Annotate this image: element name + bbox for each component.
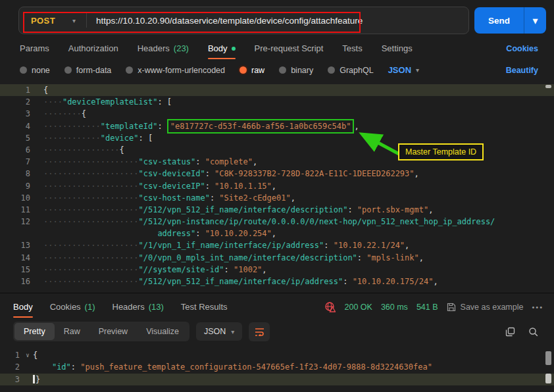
fold-chevron-icon[interactable]: ∨ (22, 349, 33, 361)
line-number: 3 (9, 108, 30, 120)
ssl-warning-globe-icon[interactable] (324, 301, 336, 312)
response-tab-body[interactable]: Body (13, 302, 33, 312)
save-icon (447, 303, 456, 312)
line-number: 1 (9, 84, 30, 96)
code-line[interactable]: 11····················"/512/vpn_512_if_n… (0, 204, 554, 216)
code-line[interactable]: 13····················"/1/vpn_1_if_name/… (0, 239, 554, 251)
tab-params[interactable]: Params (20, 43, 49, 53)
url-container: POST ▾ https://10.10.20.90/dataservice/t… (18, 7, 469, 34)
response-size[interactable]: 541 B (416, 303, 438, 312)
request-body-editor[interactable]: 1{2····"deviceTemplateList": [3········{… (0, 84, 554, 287)
json-key: "deviceTemplateList" (63, 96, 158, 108)
send-button[interactable]: Send (474, 7, 524, 34)
json-key: "//system/site-id" (139, 264, 224, 276)
code-line[interactable]: 10····················"csv-host-name": "… (0, 192, 554, 204)
scrollbar-thumb[interactable] (545, 85, 551, 88)
json-punctuation: , (415, 168, 419, 180)
json-punctuation: : (205, 168, 214, 180)
code-line[interactable]: 12····················"/512/vpn-instance… (0, 216, 554, 228)
body-type-binary[interactable]: binary (279, 66, 313, 75)
indent-whitespace-dots: ················ (43, 144, 120, 156)
view-visualize[interactable]: Visualize (137, 323, 188, 340)
response-language-dropdown[interactable]: JSON ▾ (196, 322, 242, 341)
json-punctuation: , (272, 180, 276, 192)
line-number: 4 (9, 120, 30, 132)
code-line[interactable]: 4············"templateId": "e817727c-d53… (0, 120, 554, 132)
code-line[interactable]: 3} (0, 374, 554, 385)
code-line[interactable]: 16····················"/512/vpn_512_if_n… (0, 276, 554, 287)
copy-icon (505, 327, 515, 337)
url-input[interactable]: https://10.10.20.90/dataservice/template… (87, 16, 363, 26)
response-tab-test-results[interactable]: Test Results (181, 302, 228, 312)
json-punctuation: , (291, 192, 295, 204)
tab-pre-request-script[interactable]: Pre-request Script (255, 43, 324, 53)
json-punctuation: : [ (139, 132, 153, 144)
code-line[interactable]: 1∨{ (0, 349, 554, 361)
json-punctuation: : (195, 156, 205, 168)
code-line[interactable]: 15····················"//system/site-id"… (0, 264, 554, 276)
scrollbar-thumb[interactable] (545, 351, 551, 365)
code-line[interactable]: 9····················"csv-deviceIP": "10… (0, 180, 554, 192)
tab-headers[interactable]: Headers(23) (138, 43, 189, 53)
indent-whitespace-dots: ···················· (43, 156, 139, 168)
body-type-graphql[interactable]: GraphQL (328, 66, 373, 75)
send-options-chevron-icon[interactable]: ▾ (524, 7, 546, 34)
tab-body[interactable]: Body (208, 43, 236, 53)
code-line[interactable]: 2····"deviceTemplateList": [ (0, 96, 554, 108)
tab-label: Headers (138, 43, 170, 53)
copy-response-button[interactable] (505, 327, 515, 337)
tab-label: Authorization (68, 43, 118, 53)
json-punctuation: , (354, 120, 359, 132)
beautify-link[interactable]: Beautify (506, 66, 538, 75)
response-body-editor[interactable]: 1∨{2 "id": "push_feature_template_config… (0, 349, 554, 385)
wrap-lines-button[interactable] (249, 322, 270, 341)
tab-count: (1) (85, 302, 95, 312)
editor-scrollbar[interactable] (545, 84, 551, 287)
json-string-value: "1002" (234, 264, 262, 276)
save-as-example-button[interactable]: Save as example (447, 303, 524, 312)
indent-whitespace-dots: ········ (43, 108, 82, 120)
json-punctuation: : (224, 264, 234, 276)
more-options-button[interactable]: ••• (532, 303, 543, 311)
response-tab-cookies[interactable]: Cookies(1) (50, 302, 95, 312)
cookies-link[interactable]: Cookies (506, 44, 538, 53)
json-punctuation: , (253, 156, 257, 168)
method-dropdown[interactable]: POST ▾ (19, 16, 86, 26)
tab-tests[interactable]: Tests (342, 43, 362, 53)
response-time[interactable]: 360 ms (381, 303, 408, 312)
code-line[interactable]: 2 "id": "push_feature_template_configura… (0, 361, 554, 373)
code-line[interactable]: address": "10.10.20.254", (0, 228, 554, 239)
code-line[interactable]: 5············"device": [ (0, 132, 554, 144)
line-number: 16 (9, 276, 30, 287)
indent-whitespace-dots: ···················· (43, 252, 139, 264)
body-type-form-data[interactable]: form-data (64, 66, 112, 75)
search-response-button[interactable] (528, 327, 538, 337)
code-line[interactable]: 14····················"/0/vpn_0_mpls_int… (0, 252, 554, 264)
line-number: 14 (9, 252, 30, 264)
view-pretty[interactable]: Pretty (14, 323, 55, 340)
json-punctuation: : (71, 361, 80, 373)
tab-authorization[interactable]: Authorization (68, 43, 118, 53)
view-preview[interactable]: Preview (89, 323, 137, 340)
request-tabs: ParamsAuthorizationHeaders(23)BodyPre-re… (0, 39, 554, 60)
body-type-x-www-form-urlencoded[interactable]: x-www-form-urlencoded (126, 66, 225, 75)
code-line[interactable]: 8····················"csv-deviceId": "C8… (0, 168, 554, 180)
body-type-none[interactable]: none (20, 66, 50, 75)
request-language-dropdown[interactable]: JSON▾ (388, 65, 419, 75)
code-line[interactable]: 1{ (0, 84, 554, 96)
tab-count: (23) (174, 43, 189, 53)
view-raw[interactable]: Raw (55, 323, 89, 340)
line-number: 12 (9, 216, 30, 228)
tab-label: Settings (382, 43, 413, 53)
response-tab-headers[interactable]: Headers(13) (113, 302, 164, 312)
json-punctuation: { (120, 144, 124, 156)
body-type-raw[interactable]: raw (239, 66, 264, 75)
tab-settings[interactable]: Settings (382, 43, 413, 53)
response-scrollbar[interactable] (545, 349, 551, 385)
indent-whitespace-dots: ············ (43, 120, 101, 132)
line-number: 2 (9, 96, 30, 108)
status-code[interactable]: 200 OK (344, 303, 372, 312)
json-key: "csv-deviceId" (139, 168, 205, 180)
tab-label: Pre-request Script (255, 43, 324, 53)
json-string-value: "complete" (205, 156, 253, 168)
